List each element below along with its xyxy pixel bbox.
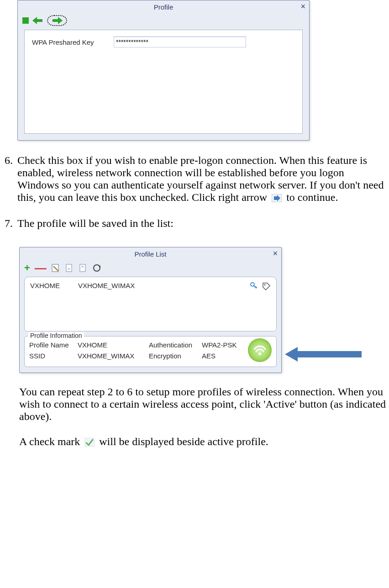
refresh-icon[interactable] — [92, 263, 101, 273]
close-icon[interactable]: × — [273, 249, 278, 257]
info-value-profile-name: VXHOME — [78, 341, 146, 351]
svg-point-9 — [94, 265, 100, 271]
checkmark-inline-icon — [84, 438, 95, 447]
profile-row[interactable]: VXHOME VXHOME_WIMAX — [30, 282, 271, 289]
paragraph-checkmark-b: will be displayed beside active profile. — [99, 436, 268, 447]
document-body: 6. Check this box if you wish to enable … — [0, 154, 389, 457]
key-icon — [250, 282, 258, 292]
svg-point-14 — [258, 352, 261, 355]
back-arrow-icon[interactable] — [32, 17, 43, 24]
profile-row-icons — [250, 282, 271, 292]
info-value-enc: AES — [202, 352, 241, 362]
profile-panel: WPA Preshared Key — [24, 30, 303, 134]
info-value-auth: WPA2-PSK — [202, 341, 241, 351]
profile-row-name: VXHOME — [30, 282, 60, 289]
info-value-ssid: VXHOME_WIMAX — [78, 352, 146, 362]
pointer-arrow — [285, 345, 363, 363]
profile-list-title: Profile List — [134, 250, 166, 258]
info-label-auth: Authentication — [149, 341, 199, 351]
profile-window: Profile × WPA Preshared Key — [17, 0, 310, 141]
svg-marker-12 — [263, 283, 270, 290]
remove-icon[interactable]: — — [35, 262, 47, 274]
step-6-text: Check this box if you wish to enable pre… — [17, 154, 387, 204]
export-icon[interactable] — [79, 263, 88, 273]
import-icon[interactable] — [65, 263, 74, 273]
svg-marker-0 — [32, 17, 42, 24]
add-icon[interactable]: + — [24, 263, 30, 273]
paragraph-repeat: You can repeat step 2 to 6 to setup more… — [19, 386, 387, 423]
wpa-key-row: WPA Preshared Key — [32, 37, 295, 47]
step-6-text-b: to continue. — [286, 191, 338, 203]
profile-list-area: VXHOME VXHOME_WIMAX — [24, 277, 277, 331]
profile-toolbar — [18, 13, 309, 30]
right-arrow-inline-icon — [272, 194, 282, 202]
edit-icon[interactable] — [51, 263, 60, 273]
profile-row-ssid: VXHOME_WIMAX — [78, 282, 135, 289]
info-label-ssid: SSID — [29, 352, 75, 362]
wpa-key-label: WPA Preshared Key — [32, 38, 107, 46]
svg-point-13 — [264, 284, 266, 286]
paragraph-checkmark: A check mark will be displayed beside ac… — [19, 436, 387, 448]
tag-icon — [262, 282, 271, 292]
profile-list-window: Profile List × + — VXHOME VXHOME_WIMAX — [19, 247, 282, 373]
stop-icon[interactable] — [22, 17, 29, 24]
profile-info-legend: Profile Information — [28, 332, 84, 339]
close-icon[interactable]: × — [300, 2, 305, 10]
paragraph-checkmark-a: A check mark — [19, 436, 83, 447]
svg-rect-5 — [66, 264, 72, 272]
forward-arrow-icon[interactable] — [52, 17, 63, 24]
profile-info-grid: Profile Name VXHOME Authentication WPA2-… — [29, 341, 242, 362]
profile-title: Profile — [154, 3, 173, 11]
profile-list-titlebar: Profile List × — [20, 247, 281, 260]
step-6: 6. Check this box if you wish to enable … — [2, 154, 387, 204]
step-6-number: 6. — [2, 154, 13, 204]
info-label-enc: Encryption — [149, 352, 199, 362]
step-7: 7. The profile will be saved in the list… — [2, 217, 387, 230]
active-button-icon[interactable] — [248, 338, 272, 362]
info-label-profile-name: Profile Name — [29, 341, 75, 351]
svg-marker-15 — [285, 347, 362, 362]
profile-list-toolbar: + — — [20, 260, 281, 277]
step-7-number: 7. — [2, 217, 13, 230]
step-7-text: The profile will be saved in the list: — [17, 217, 387, 230]
profile-info-box: Profile Information Profile Name VXHOME … — [24, 336, 277, 367]
svg-rect-7 — [80, 264, 85, 272]
profile-titlebar: Profile × — [18, 0, 309, 13]
wpa-key-input[interactable] — [114, 37, 246, 47]
svg-marker-1 — [53, 17, 63, 24]
highlight-circle — [47, 15, 67, 26]
